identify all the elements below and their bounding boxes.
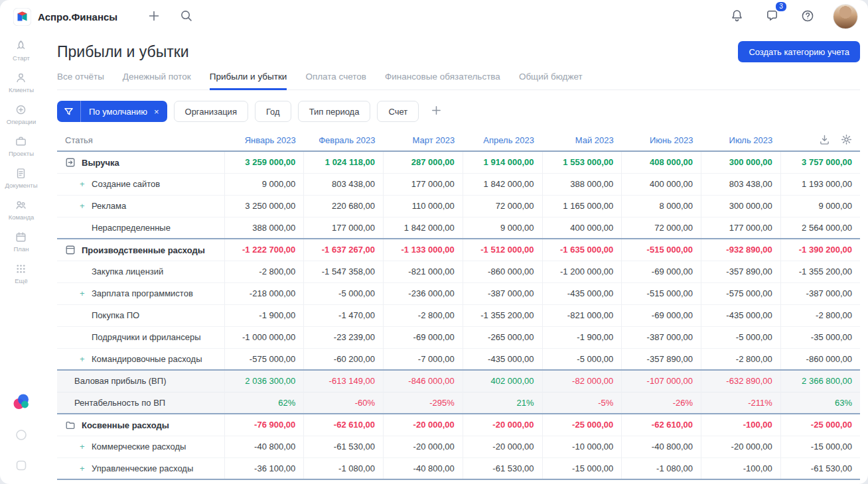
value-cell: -2 800,00 bbox=[701, 348, 781, 370]
main-content: Прибыли и убытки Создать категорию учета… bbox=[42, 33, 868, 484]
row-label[interactable]: +Зарплата программистов bbox=[57, 282, 224, 304]
row-label[interactable]: Нераспределенные bbox=[57, 217, 224, 239]
value-cell: -20 000,00 bbox=[384, 414, 463, 436]
sidebar-item-team[interactable]: Команда bbox=[5, 199, 38, 221]
create-category-button[interactable]: Создать категорию учета bbox=[738, 41, 860, 62]
value-cell: -387 000,00 bbox=[780, 282, 860, 304]
row-label[interactable]: +Создание сайтов bbox=[57, 173, 224, 195]
tab-все-отчёты[interactable]: Все отчёты bbox=[57, 69, 104, 90]
value-cell: -60 200,00 bbox=[304, 348, 384, 370]
value-cell: 62% bbox=[224, 392, 304, 414]
value-cell: -40 800,00 bbox=[622, 436, 701, 457]
row-label[interactable]: +Реклама bbox=[57, 195, 224, 217]
value-cell: -1 637 267,00 bbox=[304, 239, 384, 261]
value-cell: -575 000,00 bbox=[701, 282, 781, 304]
bottom-app-icon-1[interactable] bbox=[15, 428, 28, 442]
report-tabs: Все отчётыДенежный потокПрибыли и убытки… bbox=[57, 69, 860, 90]
sidebar-item-projects[interactable]: Проекты bbox=[5, 135, 38, 157]
value-cell: 177 000,00 bbox=[304, 217, 384, 239]
value-cell: -15 000,00 bbox=[542, 457, 622, 479]
row-label[interactable]: Косвенные расходы bbox=[57, 414, 224, 436]
tab-оплата-счетов[interactable]: Оплата счетов bbox=[305, 69, 366, 90]
filter-default-chip[interactable]: По умолчанию × bbox=[57, 101, 167, 122]
value-cell: 177 000,00 bbox=[384, 173, 463, 195]
tab-общий-бюджет[interactable]: Общий бюджет bbox=[519, 69, 583, 90]
sidebar-item-label: Старт bbox=[13, 54, 30, 62]
value-cell: 3 259 000,00 bbox=[224, 151, 304, 173]
value-cell: 1 842 000,00 bbox=[463, 173, 542, 195]
table-row: Рентабельность по ВП62%-60%-295%21%-5%-2… bbox=[57, 392, 860, 414]
filter-chip-год[interactable]: Год bbox=[255, 101, 291, 122]
sidebar-item-start[interactable]: Старт bbox=[5, 40, 38, 62]
tab-прибыли-и-убытки[interactable]: Прибыли и убытки bbox=[210, 69, 287, 90]
value-cell: 1 165 000,00 bbox=[542, 195, 622, 217]
column-header-month: Февраль 2023 bbox=[304, 130, 384, 151]
row-label: Рентабельность по ВП bbox=[57, 392, 224, 414]
filter-funnel-icon[interactable] bbox=[57, 101, 81, 122]
value-cell: 803 438,00 bbox=[701, 173, 781, 195]
sidebar-item-clients[interactable]: Клиенты bbox=[5, 72, 38, 93]
value-cell: -20 000,00 bbox=[463, 436, 542, 457]
sidebar-item-documents[interactable]: Документы bbox=[5, 167, 38, 189]
row-label[interactable]: Подрядчики и фрилансеры bbox=[57, 326, 224, 348]
value-cell: 220 680,00 bbox=[304, 195, 384, 217]
filter-chip-организация[interactable]: Организация bbox=[174, 101, 248, 122]
card-icon bbox=[65, 245, 76, 255]
download-icon[interactable] bbox=[819, 134, 830, 145]
value-cell: -236 000,00 bbox=[384, 282, 463, 304]
search-button[interactable] bbox=[177, 7, 195, 27]
aspro-finance-logo-icon[interactable] bbox=[12, 393, 31, 411]
page-title: Прибыли и убытки bbox=[57, 43, 189, 61]
expand-plus-icon[interactable]: + bbox=[80, 179, 92, 189]
value-cell: -435 000,00 bbox=[701, 304, 781, 326]
value-cell: -1 512 000,00 bbox=[463, 239, 542, 261]
question-icon bbox=[800, 9, 815, 25]
add-filter-button[interactable] bbox=[428, 102, 445, 121]
row-label[interactable]: Закупка лицензий bbox=[57, 261, 224, 282]
sidebar-item-more[interactable]: Ещё bbox=[5, 263, 38, 284]
bottom-app-icon-2[interactable] bbox=[15, 459, 28, 472]
expand-plus-icon[interactable]: + bbox=[80, 442, 92, 452]
folder-icon bbox=[65, 420, 76, 430]
value-cell: -860 000,00 bbox=[780, 348, 860, 370]
help-button[interactable] bbox=[798, 6, 818, 28]
notifications-button[interactable] bbox=[727, 6, 747, 27]
tab-финансовые-обязательства[interactable]: Финансовые обязательства bbox=[385, 69, 500, 90]
row-label[interactable]: +Управленческие расходы bbox=[57, 457, 224, 479]
row-label[interactable]: Покупка ПО bbox=[57, 304, 224, 326]
value-cell: -211% bbox=[701, 392, 781, 414]
value-cell: 72 000,00 bbox=[463, 195, 542, 217]
filter-bar: По умолчанию × ОрганизацияГодТип периода… bbox=[57, 101, 860, 122]
value-cell: -1 080,00 bbox=[622, 457, 701, 479]
row-label[interactable]: Выручка bbox=[57, 151, 224, 173]
tab-денежный-поток[interactable]: Денежный поток bbox=[123, 69, 191, 90]
row-label[interactable]: +Командировочные расходы bbox=[57, 348, 224, 370]
sidebar-item-label: Ещё bbox=[15, 277, 27, 284]
value-cell: 408 000,00 bbox=[622, 151, 701, 173]
expand-plus-icon[interactable]: + bbox=[80, 201, 92, 211]
filter-chip-счет[interactable]: Счет bbox=[377, 101, 419, 122]
expand-plus-icon[interactable]: + bbox=[80, 463, 92, 473]
top-bar: Аспро.Финансы 3 bbox=[0, 0, 868, 33]
value-cell: -515 000,00 bbox=[622, 239, 701, 261]
value-cell: 2 036 300,00 bbox=[224, 370, 304, 392]
table-row: Выручка3 259 000,001 024 118,00287 000,0… bbox=[57, 151, 860, 173]
row-label[interactable]: Производственные расходы bbox=[57, 239, 224, 261]
value-cell: -515 000,00 bbox=[622, 282, 701, 304]
expand-plus-icon[interactable]: + bbox=[80, 354, 92, 364]
filter-remove-icon[interactable]: × bbox=[151, 101, 167, 122]
sidebar-item-plan[interactable]: План bbox=[5, 231, 38, 253]
settings-icon[interactable] bbox=[841, 134, 852, 145]
expand-plus-icon[interactable]: + bbox=[80, 288, 92, 298]
row-label[interactable]: +Коммерческие расходы bbox=[57, 436, 224, 457]
value-cell: 388 000,00 bbox=[224, 217, 304, 239]
avatar[interactable] bbox=[833, 5, 857, 29]
sidebar-item-operations[interactable]: Операции bbox=[5, 103, 38, 125]
value-cell: -632 890,00 bbox=[701, 370, 781, 392]
sidebar-items: СтартКлиентыОперацииПроектыДокументыКома… bbox=[5, 40, 38, 294]
pnl-table: Статья Январь 2023Февраль 2023Март 2023А… bbox=[57, 130, 860, 480]
filter-chip-тип-периода[interactable]: Тип периода bbox=[298, 101, 371, 122]
sidebar-item-label: Документы bbox=[5, 182, 38, 189]
pnl-table-wrap: Статья Январь 2023Февраль 2023Март 2023А… bbox=[57, 130, 860, 480]
create-new-button[interactable] bbox=[145, 7, 163, 27]
